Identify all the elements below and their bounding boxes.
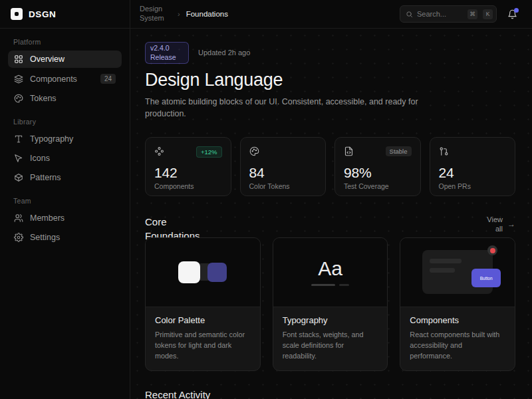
type-specimen: Aa: [311, 259, 349, 279]
logo-mark-icon: [11, 8, 23, 20]
breadcrumb: Design System › Foundations: [140, 5, 228, 23]
view-all-label: View all: [483, 215, 503, 234]
typography-preview: Aa: [273, 238, 388, 307]
stat-card-color-tokens: 84 Color Tokens: [240, 137, 327, 196]
card-components[interactable]: Button Components React components built…: [400, 237, 515, 372]
mock-ui-card: Button: [422, 250, 493, 294]
arrow-right-icon: →: [507, 219, 515, 229]
card-description: Font stacks, weights, and scale definiti…: [283, 329, 378, 362]
cursor-icon: [14, 154, 23, 163]
components-preview: Button: [400, 238, 515, 307]
sidebar-item-components[interactable]: Components 24: [8, 70, 122, 88]
brand[interactable]: DSGN: [0, 0, 130, 29]
card-description: React components built with accessibilit…: [410, 329, 505, 362]
main-content: v2.4.0 Release Updated 2h ago Design Lan…: [130, 29, 532, 399]
notification-badge-icon: [487, 245, 497, 255]
nav-section-library: Library Typography Icons Patterns: [8, 118, 122, 186]
file-code-icon: [344, 146, 354, 156]
grid-icon: [14, 55, 23, 64]
sidebar-item-settings[interactable]: Settings: [8, 229, 122, 246]
skeleton-line: [430, 268, 455, 273]
type-icon: [14, 134, 23, 144]
sidebar-item-label: Typography: [30, 134, 73, 144]
nav-section-label: Platform: [8, 38, 122, 46]
kbd-k: K: [483, 9, 493, 19]
stat-label: Open PRs: [439, 182, 507, 190]
sidebar-item-icons[interactable]: Icons: [8, 150, 122, 167]
notification-dot: [514, 8, 519, 13]
mock-button: Button: [471, 269, 501, 287]
nav-section-label: Team: [8, 197, 122, 205]
sidebar-item-label: Members: [30, 213, 65, 223]
sidebar-item-label: Components: [30, 74, 77, 84]
color-swatches: [178, 261, 227, 283]
sidebar-item-overview[interactable]: Overview: [8, 51, 122, 68]
content-pane: Design System › Foundations Search... ⌘ …: [130, 0, 532, 399]
card-color-palette[interactable]: Color Palette Primitive and semantic col…: [145, 237, 261, 372]
card-typography[interactable]: Aa Typography Font stacks, weights, and …: [273, 237, 388, 372]
app-window: DSGN Platform Overview Components 24 Tok…: [0, 0, 532, 399]
chevron-right-icon: ›: [178, 10, 180, 18]
release-badge: v2.4.0 Release: [145, 42, 189, 64]
stat-value: 84: [249, 165, 317, 181]
updated-timestamp: Updated 2h ago: [198, 48, 253, 57]
recent-activity-title: Recent Activity: [145, 389, 515, 399]
nav-section-label: Library: [8, 118, 122, 126]
gear-icon: [14, 233, 23, 242]
section-title: Core Foundations: [145, 215, 209, 239]
stat-card-test-coverage: Stable 98% Test Coverage: [334, 137, 421, 196]
box-icon: [14, 173, 23, 182]
sidebar-item-label: Patterns: [30, 173, 61, 182]
breadcrumb-current[interactable]: Foundations: [186, 10, 228, 18]
palette-icon: [249, 146, 259, 156]
skeleton-line: [430, 259, 462, 263]
release-meta-row: v2.4.0 Release Updated 2h ago: [145, 42, 515, 64]
trend-badge: +12%: [196, 146, 222, 158]
palette-icon: [14, 94, 23, 103]
stat-card-components: +12% 142 Components: [145, 137, 231, 196]
sidebar-item-label: Settings: [30, 233, 60, 242]
sidebar-nav: Platform Overview Components 24 Tokens L…: [0, 29, 130, 266]
foundation-cards: Color Palette Primitive and semantic col…: [145, 237, 515, 372]
sidebar-item-tokens[interactable]: Tokens: [8, 90, 122, 107]
sidebar-item-typography[interactable]: Typography: [8, 130, 122, 148]
card-title: Color Palette: [155, 315, 251, 325]
search-icon: [406, 11, 413, 18]
breadcrumb-parent[interactable]: Design System: [140, 5, 172, 23]
sidebar-item-label: Overview: [30, 55, 65, 64]
components-count-badge: 24: [100, 74, 116, 84]
stats-row: +12% 142 Components 84 Color Tokens Stab…: [145, 137, 515, 196]
stat-card-open-prs: 24 Open PRs: [430, 137, 516, 196]
swatch-light: [178, 261, 200, 283]
swatch-indigo: [207, 263, 227, 282]
card-description: Primitive and semantic color tokens for …: [155, 329, 251, 362]
view-all-link[interactable]: View all →: [483, 215, 515, 234]
layers-icon: [14, 74, 23, 84]
card-title: Components: [410, 315, 505, 325]
page-subtitle: The atomic building blocks of our UI. Co…: [145, 96, 436, 120]
logo-text: DSGN: [29, 9, 56, 19]
git-pull-request-icon: [439, 146, 449, 156]
nav-section-platform: Platform Overview Components 24 Tokens: [8, 38, 122, 107]
stat-label: Color Tokens: [249, 182, 317, 190]
search-placeholder: Search...: [417, 10, 464, 18]
kbd-command: ⌘: [467, 9, 477, 19]
sidebar-item-members[interactable]: Members: [8, 209, 122, 227]
stat-value: 24: [439, 165, 507, 181]
card-title: Typography: [283, 315, 378, 325]
status-badge: Stable: [386, 146, 412, 156]
sidebar-item-patterns[interactable]: Patterns: [8, 169, 122, 186]
sidebar-item-label: Icons: [30, 154, 50, 163]
stat-label: Test Coverage: [344, 182, 412, 190]
topbar: Design System › Foundations Search... ⌘ …: [130, 0, 532, 29]
stat-value: 142: [154, 165, 222, 181]
component-icon: [154, 146, 164, 156]
notifications-button[interactable]: [507, 9, 517, 19]
type-bars: [311, 284, 349, 286]
stat-label: Components: [154, 182, 222, 190]
color-palette-preview: [146, 238, 260, 307]
stat-value: 98%: [344, 165, 412, 181]
core-foundations-header: Core Foundations View all →: [145, 215, 515, 239]
search-input[interactable]: Search... ⌘ K: [400, 5, 497, 23]
nav-section-team: Team Members Settings: [8, 197, 122, 246]
